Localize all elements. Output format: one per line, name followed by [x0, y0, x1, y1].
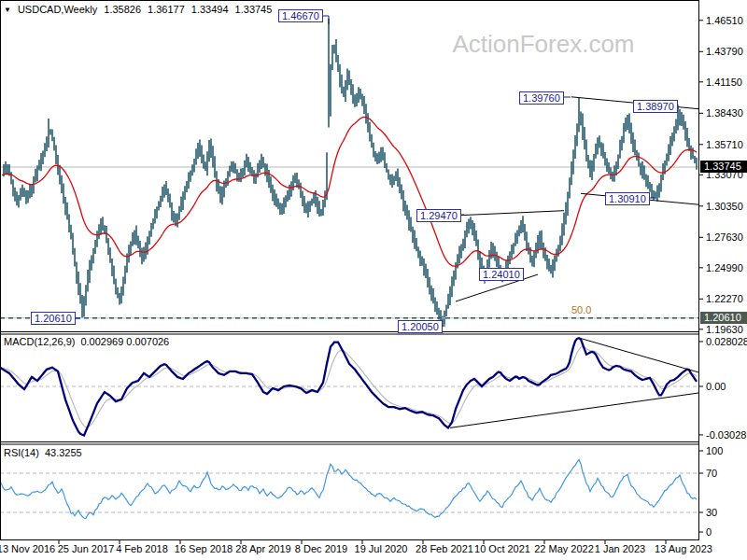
- price-callout[interactable]: 1.24010: [479, 268, 524, 281]
- y-axis-label: 1.41150: [706, 77, 742, 88]
- actionforex-watermark: ActionForex.com: [435, 30, 652, 59]
- support-price-tag: 1.20610: [700, 312, 747, 324]
- price-callout[interactable]: 1.38970: [633, 100, 678, 113]
- y-axis-label: 100: [706, 445, 723, 456]
- ohlc-open: 1.35826: [104, 4, 141, 15]
- date-label: 19 Jul 2020: [355, 543, 408, 554]
- fib-50-label[interactable]: 50.0: [571, 304, 591, 315]
- rsi-pane-label: RSI(14)43.3255: [4, 447, 88, 458]
- date-label: 28 Feb 2021: [416, 543, 473, 554]
- macd-trendline[interactable]: [581, 339, 698, 372]
- rsi-pane[interactable]: [0, 460, 698, 519]
- price-callout[interactable]: 1.20610: [31, 312, 76, 325]
- chart-canvas[interactable]: [0, 0, 747, 560]
- macd-trendline[interactable]: [450, 393, 698, 427]
- y-axis-label: 1.22270: [706, 293, 743, 304]
- price-callout[interactable]: 1.39760: [519, 91, 564, 105]
- date-label: 10 Oct 2021: [474, 543, 530, 554]
- y-axis-label: 1.19630: [706, 324, 743, 335]
- ohlc-low: 1.33494: [191, 4, 229, 15]
- y-axis-label: 1.24990: [706, 262, 743, 273]
- date-label: 25 Jun 2017: [58, 543, 115, 554]
- macd-name: MACD(12,26,9): [4, 336, 75, 347]
- rsi-value: 43.3255: [45, 447, 82, 458]
- y-axis-label: 1.43790: [706, 46, 743, 57]
- chart-window: ▼USDCAD,Weekly1.358261.361771.334941.337…: [0, 0, 747, 560]
- macd-pane-label: MACD(12,26,9)0.002969 0.007026: [4, 336, 175, 347]
- ohlc-high: 1.36177: [148, 4, 185, 15]
- y-axis-label: 0.00: [706, 381, 726, 392]
- date-label: 8 Dec 2019: [295, 543, 347, 554]
- symbol-dropdown-icon[interactable]: ▼: [4, 6, 11, 14]
- date-label: 4 Feb 2018: [116, 543, 168, 554]
- y-axis-label: 70: [706, 468, 717, 479]
- macd-pane[interactable]: [0, 338, 698, 435]
- y-axis-label: 1.46510: [706, 15, 743, 26]
- date-label: 1 Jan 2023: [595, 543, 645, 554]
- price-pane[interactable]: [0, 19, 698, 327]
- price-callout[interactable]: 1.20050: [398, 320, 443, 333]
- date-label: 13 Aug 2023: [655, 543, 712, 554]
- symbol-title: USDCAD,Weekly: [18, 4, 97, 15]
- chart-header: ▼USDCAD,Weekly1.358261.361771.334941.337…: [4, 4, 278, 15]
- y-axis-label: 1.38430: [706, 107, 743, 119]
- y-axis-label: 1.27630: [706, 231, 743, 243]
- price-callout[interactable]: 1.30910: [605, 192, 650, 205]
- price-trendline[interactable]: [456, 211, 564, 216]
- y-axis-label: 0: [706, 526, 712, 538]
- ohlc-close: 1.33745: [235, 4, 273, 15]
- date-label: 28 Apr 2019: [235, 543, 290, 554]
- macd-values: 0.002969 0.007026: [80, 336, 169, 347]
- y-axis-label: 1.35710: [706, 139, 743, 150]
- rsi-name: RSI(14): [4, 447, 39, 458]
- y-axis-label: 30: [706, 507, 717, 518]
- current-price-tag: 1.33745: [700, 161, 747, 173]
- date-label: 16 Sep 2018: [175, 543, 233, 554]
- y-axis-label: 0.028028: [706, 336, 747, 347]
- price-callout[interactable]: 1.29470: [416, 209, 461, 222]
- y-axis-label: -0.030286: [706, 429, 747, 441]
- date-label: 13 Nov 2016: [0, 543, 55, 554]
- y-axis-label: 1.30350: [706, 201, 743, 212]
- date-label: 22 May 2022: [534, 543, 594, 554]
- price-callout[interactable]: 1.46670: [278, 9, 323, 22]
